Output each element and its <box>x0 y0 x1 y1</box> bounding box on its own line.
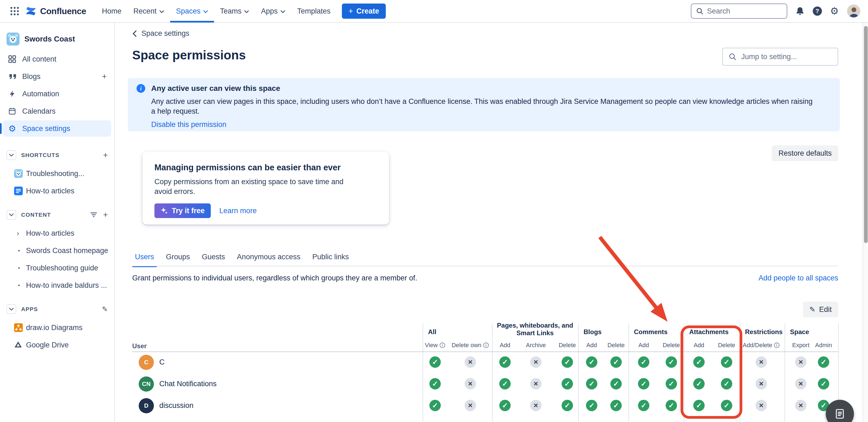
permission-granted-icon: ✓ <box>429 356 441 368</box>
sidebar-item-calendars[interactable]: Calendars <box>3 103 111 119</box>
permission-granted-icon: ✓ <box>721 400 732 411</box>
sidebar-item-all-content[interactable]: All content <box>3 51 111 67</box>
help-icon[interactable]: ? <box>813 6 822 16</box>
user-name: C <box>159 358 165 366</box>
global-search[interactable] <box>691 3 787 19</box>
sidebar-item-how-to-invade-baldurs[interactable]: •How-to invade baldurs ... <box>3 278 111 293</box>
quote-icon <box>8 73 16 81</box>
permission-granted-icon: ✓ <box>818 356 829 368</box>
permission-denied-icon: × <box>530 400 541 411</box>
brand-name: Confluence <box>40 6 86 16</box>
sidebar-item-label: How-to articles <box>26 187 74 195</box>
permission-granted-icon: ✓ <box>638 400 649 411</box>
nav-right-cluster: ? ⚙ <box>691 3 860 19</box>
sidebar-item-troubleshooting[interactable]: Troubleshooting... <box>3 166 111 181</box>
sidebar-item-label: Google Drive <box>26 341 69 349</box>
search-input[interactable] <box>707 7 782 16</box>
sidebar-item-label: How-to invade baldurs ... <box>26 281 107 290</box>
permission-granted-icon: ✓ <box>586 400 597 411</box>
column-separator <box>578 323 579 422</box>
permission-granted-icon: ✓ <box>586 356 597 368</box>
permission-granted-icon: ✓ <box>499 378 511 390</box>
permission-denied-icon: × <box>795 378 806 390</box>
collapse-chevron-icon[interactable] <box>6 304 16 314</box>
column-group-comments: Comments <box>628 328 684 336</box>
confluence-logo-icon <box>25 5 37 17</box>
user-name: discussion <box>159 401 193 410</box>
permission-denied-icon: × <box>465 356 476 368</box>
section-title: SHORTCUTS <box>21 152 59 159</box>
chevron-down-icon <box>159 10 164 13</box>
add-icon[interactable]: + <box>102 72 107 81</box>
section-header-apps[interactable]: APPS✎ <box>0 304 114 315</box>
sidebar-item-google-drive[interactable]: Google Drive <box>3 337 111 353</box>
space-header[interactable]: Swords Coast <box>0 31 114 47</box>
collapse-chevron-icon[interactable] <box>6 210 16 220</box>
koala-space-icon <box>14 169 23 178</box>
section-header-shortcuts[interactable]: SHORTCUTS+ <box>0 150 114 161</box>
column-separator <box>628 323 629 422</box>
scrollbar-thumb[interactable] <box>864 26 868 243</box>
permission-granted-icon: ✓ <box>693 356 705 368</box>
user-avatar[interactable] <box>847 4 860 18</box>
permission-denied-icon: × <box>795 400 806 411</box>
sidebar-item-label: All content <box>22 55 56 63</box>
sidebar-item-blogs[interactable]: Blogs+ <box>3 68 111 85</box>
chevron-right-icon[interactable]: › <box>14 229 22 237</box>
nav-item-recent[interactable]: Recent <box>127 0 170 23</box>
add-icon[interactable]: + <box>103 211 108 219</box>
edit-pencil-icon[interactable]: ✎ <box>102 305 108 313</box>
sidebar-item-how-to-articles[interactable]: ›How-to articles <box>3 226 111 241</box>
confluence-logo[interactable]: Confluence <box>25 5 86 17</box>
section-header-content[interactable]: CONTENT+ <box>0 209 114 220</box>
avatar: D <box>139 398 154 413</box>
collapse-chevron-icon[interactable] <box>6 150 16 160</box>
permission-granted-icon: ✓ <box>429 378 441 390</box>
search-icon <box>696 8 703 15</box>
sidebar-item-how-to-articles[interactable]: How-to articles <box>3 183 111 199</box>
sidebar-item-space-settings[interactable]: ⚙Space settings <box>3 120 111 137</box>
nav-item-spaces[interactable]: Spaces <box>170 0 214 23</box>
sidebar-item-draw-io-diagrams[interactable]: draw.io Diagrams <box>3 320 111 335</box>
add-icon[interactable]: + <box>103 151 108 159</box>
column-sub-space-admin: Admin <box>798 342 849 349</box>
space-sidebar: Swords Coast All contentBlogs+Automation… <box>0 23 115 422</box>
settings-gear-icon[interactable]: ⚙ <box>830 6 839 16</box>
nav-item-apps[interactable]: Apps <box>255 0 291 23</box>
sidebar-item-label: Calendars <box>22 107 56 115</box>
sidebar-item-troubleshooting-guide[interactable]: •Troubleshooting guide <box>3 260 111 276</box>
notifications-bell-icon[interactable] <box>796 6 805 16</box>
section-items-shortcuts: Troubleshooting...How-to articles <box>0 166 114 199</box>
permission-granted-icon: ✓ <box>693 378 705 390</box>
create-button[interactable]: + Create <box>342 3 386 19</box>
permission-granted-icon: ✓ <box>665 356 677 368</box>
calendar-icon <box>8 107 16 115</box>
vertical-scrollbar <box>863 23 868 422</box>
permission-granted-icon: ✓ <box>638 378 649 390</box>
avatar: C <box>139 355 154 370</box>
sidebar-item-swords-coast-homepage[interactable]: •Swords Coast homepage <box>3 243 111 258</box>
space-avatar <box>6 32 20 46</box>
permission-granted-icon: ✓ <box>721 378 732 390</box>
permission-granted-icon: ✓ <box>562 356 573 368</box>
column-group-all: All <box>423 328 492 336</box>
sidebar-item-automation[interactable]: Automation <box>3 86 111 102</box>
column-group-blogs: Blogs <box>578 328 628 336</box>
permissions-table: UserAllViewDelete ownPages, whiteboards,… <box>115 23 868 422</box>
nav-item-templates[interactable]: Templates <box>291 0 337 23</box>
nav-item-teams[interactable]: Teams <box>214 0 255 23</box>
permission-granted-icon: ✓ <box>693 400 705 411</box>
bullet-icon: • <box>15 282 23 288</box>
sidebar-item-label: Swords Coast homepage <box>26 247 108 255</box>
app-switcher-icon[interactable] <box>8 4 22 18</box>
permission-granted-icon: ✓ <box>562 378 573 390</box>
avatar: CN <box>139 376 154 392</box>
sidebar-sections: SHORTCUTS+Troubleshooting...How-to artic… <box>0 150 114 353</box>
sidebar-item-label: How-to articles <box>26 229 74 237</box>
column-group-restrictions: Restrictions <box>740 328 784 336</box>
sidebar-item-label: draw.io Diagrams <box>26 323 83 332</box>
filter-icon[interactable] <box>90 211 97 218</box>
nav-item-home[interactable]: Home <box>96 0 127 23</box>
sidebar-item-label: Troubleshooting guide <box>26 264 98 272</box>
sidebar-item-label: Automation <box>22 90 59 98</box>
